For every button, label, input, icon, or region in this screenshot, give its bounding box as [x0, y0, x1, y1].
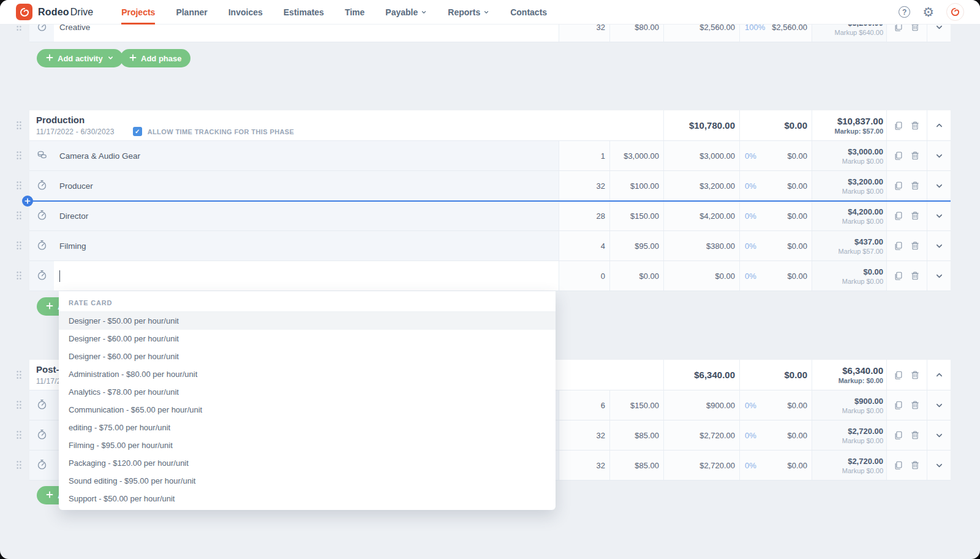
delete-icon[interactable] — [910, 400, 920, 410]
nav-invoices[interactable]: Invoices — [228, 0, 263, 25]
user-avatar[interactable] — [946, 3, 964, 21]
delete-icon[interactable] — [910, 271, 920, 281]
duplicate-icon[interactable] — [894, 121, 903, 131]
markup-cell[interactable]: 0%$0.00 — [739, 201, 812, 230]
delete-icon[interactable] — [910, 181, 920, 191]
markup-percent[interactable]: 0% — [745, 181, 756, 191]
amount-cell[interactable]: $4,200.00 — [663, 201, 739, 230]
quantity-cell[interactable]: 4 — [559, 231, 609, 260]
expand-chevron-icon[interactable] — [927, 261, 951, 291]
drag-handle[interactable] — [16, 181, 22, 192]
rate-card-option[interactable]: Designer - $50.00 per hour/unit — [59, 312, 556, 330]
phase-title[interactable]: Production — [36, 115, 663, 125]
expand-chevron-icon[interactable] — [927, 171, 951, 200]
drag-handle[interactable] — [16, 370, 22, 382]
rate-card-option[interactable]: Sound editing - $95.00 per hour/unit — [59, 472, 556, 490]
rate-card-option[interactable]: Filming - $95.00 per hour/unit — [59, 436, 556, 454]
brand[interactable]: Rodeo Drive — [16, 4, 93, 20]
rate-card-option[interactable]: Administration - $80.00 per hour/unit — [59, 365, 556, 383]
rate-cell[interactable]: $150.00 — [609, 390, 663, 420]
duplicate-icon[interactable] — [894, 370, 903, 380]
expand-chevron-icon[interactable] — [927, 420, 951, 450]
duplicate-icon[interactable] — [894, 151, 903, 161]
amount-cell[interactable]: $3,200.00 — [663, 171, 739, 200]
markup-cell[interactable]: 0%$0.00 — [739, 171, 812, 200]
quantity-cell[interactable]: 0 — [559, 261, 609, 291]
quantity-cell[interactable]: 6 — [559, 390, 609, 420]
activity-name-input[interactable]: Camera & Audio Gear — [54, 141, 559, 170]
markup-percent[interactable]: 0% — [745, 431, 756, 440]
drag-handle[interactable] — [16, 271, 22, 283]
quantity-cell[interactable]: 32 — [559, 420, 609, 450]
rate-card-option[interactable]: editing - $75.00 per hour/unit — [59, 419, 556, 436]
add-phase-button[interactable]: Add phase — [120, 49, 190, 67]
rate-cell[interactable]: $150.00 — [609, 201, 663, 230]
expand-chevron-icon[interactable] — [927, 231, 951, 260]
delete-icon[interactable] — [910, 151, 920, 161]
rate-card-option[interactable]: Designer - $60.00 per hour/unit — [59, 348, 556, 365]
rate-card-option[interactable]: Support - $50.00 per hour/unit — [59, 490, 556, 508]
rate-card-option[interactable]: Designer - $60.00 per hour/unit — [59, 330, 556, 348]
activity-name-input-focused[interactable] — [54, 261, 559, 291]
duplicate-icon[interactable] — [894, 271, 903, 281]
delete-icon[interactable] — [910, 370, 920, 380]
markup-cell[interactable]: 0%$0.00 — [739, 390, 812, 420]
markup-percent[interactable]: 0% — [745, 151, 756, 161]
expand-chevron-icon[interactable] — [927, 201, 951, 230]
markup-cell[interactable]: 0%$0.00 — [739, 141, 812, 170]
collapse-chevron-icon[interactable] — [927, 110, 951, 140]
drag-handle[interactable] — [16, 211, 22, 222]
markup-percent[interactable]: 0% — [745, 211, 756, 221]
activity-name-input[interactable]: Producer — [54, 171, 559, 200]
insert-row-button[interactable] — [22, 196, 33, 207]
duplicate-icon[interactable] — [894, 460, 903, 470]
add-activity-button[interactable]: Add activity — [37, 49, 123, 67]
drag-handle[interactable] — [16, 151, 22, 162]
markup-percent[interactable]: 0% — [745, 272, 756, 281]
duplicate-icon[interactable] — [894, 211, 903, 221]
delete-icon[interactable] — [910, 121, 920, 131]
collapse-chevron-icon[interactable] — [927, 360, 951, 390]
activity-name-input[interactable]: Director — [54, 201, 559, 230]
nav-payable[interactable]: Payable — [385, 0, 427, 25]
markup-percent[interactable]: 0% — [745, 401, 756, 410]
drag-handle[interactable] — [16, 121, 22, 132]
quantity-cell[interactable]: 32 — [559, 451, 609, 480]
amount-cell[interactable]: $900.00 — [663, 390, 739, 420]
time-tracking-checkbox[interactable]: ✓ — [133, 127, 142, 136]
amount-cell[interactable]: $2,720.00 — [663, 420, 739, 450]
duplicate-icon[interactable] — [894, 241, 903, 251]
delete-icon[interactable] — [910, 430, 920, 440]
rate-cell[interactable]: $85.00 — [609, 420, 663, 450]
rate-cell[interactable]: $0.00 — [609, 261, 663, 291]
nav-time[interactable]: Time — [345, 0, 364, 25]
expand-chevron-icon[interactable] — [927, 451, 951, 480]
help-icon[interactable]: ? — [899, 6, 910, 18]
amount-cell[interactable]: $0.00 — [663, 261, 739, 291]
phase-dates[interactable]: 11/17/2022 - 6/30/2023 — [36, 127, 115, 136]
amount-cell[interactable]: $2,720.00 — [663, 451, 739, 480]
nav-estimates[interactable]: Estimates — [284, 0, 324, 25]
markup-cell[interactable]: 0%$0.00 — [739, 261, 812, 291]
rate-cell[interactable]: $3,000.00 — [609, 141, 663, 170]
settings-gear-icon[interactable]: ⚙ — [922, 6, 934, 18]
nav-planner[interactable]: Planner — [176, 0, 207, 25]
quantity-cell[interactable]: 28 — [559, 201, 609, 230]
expand-chevron-icon[interactable] — [927, 141, 951, 170]
expand-chevron-icon[interactable] — [927, 390, 951, 420]
duplicate-icon[interactable] — [894, 430, 903, 440]
markup-percent[interactable]: 0% — [745, 461, 756, 470]
rate-card-option[interactable]: Analytics - $78.00 per hour/unit — [59, 383, 556, 401]
delete-icon[interactable] — [910, 241, 920, 251]
amount-cell[interactable]: $3,000.00 — [663, 141, 739, 170]
rate-cell[interactable]: $100.00 — [609, 171, 663, 200]
rate-cell[interactable]: $85.00 — [609, 451, 663, 480]
markup-cell[interactable]: 0%$0.00 — [739, 231, 812, 260]
drag-handle[interactable] — [16, 430, 22, 442]
drag-handle[interactable] — [16, 241, 22, 253]
drag-handle[interactable] — [16, 460, 22, 472]
delete-icon[interactable] — [910, 211, 920, 221]
amount-cell[interactable]: $380.00 — [663, 231, 739, 260]
duplicate-icon[interactable] — [894, 400, 903, 410]
rate-cell[interactable]: $95.00 — [609, 231, 663, 260]
